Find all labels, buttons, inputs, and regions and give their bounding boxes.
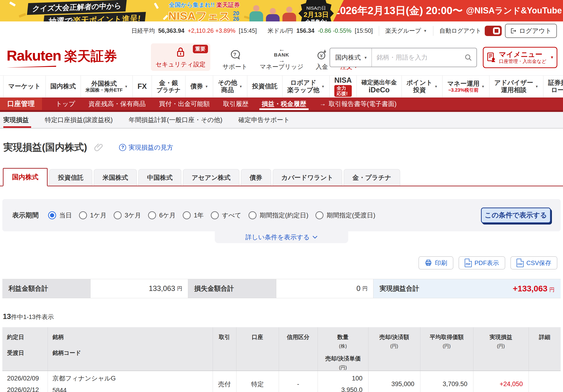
auto-logout-toggle[interactable]	[485, 26, 502, 36]
divider	[379, 26, 379, 36]
nav-item-foreign-stock[interactable]: 外国株式米国株・海外ETF▼	[81, 76, 133, 97]
confetti-decoration	[154, 3, 159, 9]
pdf-view-button[interactable]: PDF PDF表示	[459, 256, 505, 270]
search-category-select[interactable]: 国内株式 ▼	[330, 48, 372, 67]
help-link[interactable]: ? 実現損益の見方	[119, 143, 173, 152]
radio-6month[interactable]: 6ケ月	[148, 211, 176, 220]
banner-quiz-text: クイズ大会正解者の中から 抽選で楽天ポイント進呈!	[28, 1, 145, 22]
col-header-margin: 信用区分	[279, 327, 318, 371]
detailed-conditions-link[interactable]: 詳しい条件を表示する	[245, 233, 318, 242]
search-input[interactable]	[372, 54, 460, 61]
tab-bonds[interactable]: 債券	[241, 169, 271, 186]
apply-filter-button[interactable]: この条件で表示する	[481, 208, 551, 223]
my-menu-icon	[486, 52, 496, 63]
page-title: 実現損益(国内株式)	[3, 141, 87, 154]
csv-file-icon: CSV	[517, 259, 524, 267]
tab-china-stock[interactable]: 中国株式	[138, 169, 181, 186]
security-settings-link[interactable]: 重要 セキュリティ設定	[151, 43, 210, 71]
subtab-specific-account[interactable]: 特定口座損益(譲渡益税)	[37, 112, 121, 128]
tab-covered-warrant[interactable]: カバードワラント	[273, 169, 342, 186]
event-place: @NISAランド&YouTube	[466, 5, 562, 16]
radio-circle	[248, 211, 256, 219]
nav-item-market[interactable]: マーケット	[3, 76, 46, 97]
nisa-fes-title: NISAフェス	[168, 9, 230, 22]
print-button[interactable]: 印刷	[419, 256, 453, 270]
svg-text:?: ?	[233, 52, 236, 57]
nikkei-value: 56,363.94	[158, 27, 184, 34]
money-bridge-link[interactable]: ←BANK→ マネーブリッジ	[260, 49, 303, 71]
nav-item-money-management[interactable]: マネー運用~3.23%税引前▼	[443, 76, 489, 97]
radio-all[interactable]: すべて	[211, 211, 242, 220]
radio-1year[interactable]: 1年	[183, 211, 204, 220]
account-management-title[interactable]: 口座管理	[0, 98, 42, 110]
chevron-down-icon: ▼	[481, 85, 485, 88]
nav-item-advisor[interactable]: アドバイザー運用相談▼	[489, 76, 543, 97]
toggle-knob	[493, 27, 500, 34]
tab-mutual-funds[interactable]: 投資信託	[49, 169, 92, 186]
search-icon[interactable]	[460, 53, 476, 61]
chevron-down-icon: ▼	[125, 85, 128, 88]
subtab-realized-pl[interactable]: 実現損益	[3, 112, 37, 128]
cell-account: 特定	[236, 371, 279, 392]
tab-asean-stock[interactable]: アセアン株式	[183, 169, 239, 186]
chevron-down-icon: ▼	[321, 85, 325, 88]
acct-tab-pl-tax[interactable]: 損益・税金履歴	[256, 98, 312, 110]
nav-item-point-invest[interactable]: ポイント投資▼	[402, 76, 443, 97]
banner-event-info: 2026年2月13日(金) 20:00〜 @NISAランド&YouTube	[333, 0, 563, 22]
profit-total-value: 133,063円	[90, 279, 188, 298]
support-link[interactable]: ? サポート	[223, 49, 248, 71]
radio-1month[interactable]: 1ケ月	[79, 211, 107, 220]
radio-3month[interactable]: 3ケ月	[114, 211, 141, 220]
cell-name: 京都フィナンシャルG5844	[48, 371, 213, 392]
nav-item-gold-platinum[interactable]: 金・銀プラチナ	[152, 76, 186, 97]
nav-item-nisa[interactable]: NISA全力応援!	[330, 76, 357, 97]
subtab-tax-support[interactable]: 確定申告サポート	[230, 112, 298, 128]
site-header: Rakuten 楽天証券 重要 セキュリティ設定 ? サポート ←BANK→ マ…	[0, 40, 563, 75]
logout-button[interactable]: ログアウト	[505, 24, 557, 38]
pdf-file-icon: PDF	[465, 259, 472, 267]
loss-total-label: 損失金額合計	[188, 279, 276, 298]
confetti-decoration	[19, 13, 26, 18]
nav-item-securities-loan[interactable]: 証券担保ローン	[543, 76, 563, 97]
table-row[interactable]: 2026/02/092026/02/12 京都フィナンシャルG5844 売付 特…	[2, 371, 561, 392]
nav-item-roboadvisor[interactable]: ロボアド楽ラップ他▼	[282, 76, 330, 97]
my-menu-button[interactable]: マイメニュー 口座管理・入出金など ▼	[483, 47, 557, 68]
usdjpy-value: 156.34	[296, 27, 314, 34]
acct-tab-top[interactable]: トップ	[50, 98, 81, 110]
acct-tab-reports[interactable]: →取引報告書等(電子書面)	[314, 98, 402, 110]
tab-gold-platinum[interactable]: 金・プラチナ	[344, 169, 400, 186]
lock-icon	[175, 46, 186, 58]
radio-range-trade-date[interactable]: 期間指定(約定日)	[248, 211, 308, 220]
detailed-conditions-pill[interactable]: 詳しい条件を表示する	[215, 231, 348, 243]
nav-item-mutual-funds[interactable]: 投資信託	[247, 76, 282, 97]
nav-item-domestic-stock[interactable]: 国内株式	[46, 76, 81, 97]
pl-summary-bar: 利益金額合計 133,063円 損失金額合計 0円 実現損益合計 +133,06…	[2, 279, 561, 298]
promo-banner[interactable]: クイズ大会正解者の中から 抽選で楽天ポイント進呈! 全国から集まれ!! 楽天証券…	[0, 0, 563, 22]
paperclip-icon[interactable]	[94, 142, 103, 153]
deposit-link[interactable]: ¥ 入金	[316, 49, 328, 71]
rakuten-securities-logo[interactable]: Rakuten 楽天証券	[7, 47, 117, 68]
acct-tab-buying-power[interactable]: 買付・出金可能額	[153, 98, 216, 110]
radio-circle	[211, 211, 219, 219]
realized-pl-table: 約定日受渡日 銘柄銘柄コード 取引 口座 信用区分 数量(株)売却/決済単価(円…	[2, 327, 561, 392]
nav-item-other-products[interactable]: その他商品▼	[213, 76, 247, 97]
rakuten-group-dropdown[interactable]: 楽天グループ ▼	[385, 27, 427, 35]
radio-today[interactable]: 当日	[48, 211, 72, 220]
printer-icon	[425, 259, 432, 267]
nav-item-fx[interactable]: FX	[133, 76, 152, 97]
acct-tab-balance[interactable]: 資産残高・保有商品	[83, 98, 151, 110]
divider	[433, 26, 433, 36]
col-header-dates: 約定日受渡日	[2, 327, 48, 371]
important-badge: 重要	[193, 45, 208, 53]
nav-item-ideco[interactable]: 確定拠出年金iDeCo	[357, 76, 402, 97]
nisa-fes-year: 2026	[232, 11, 241, 22]
csv-save-button[interactable]: CSV CSV保存	[511, 256, 557, 270]
radio-range-settle-date[interactable]: 期間指定(受渡日)	[315, 211, 375, 220]
acct-tab-history[interactable]: 取引履歴	[217, 98, 254, 110]
col-header-pl: 実現損益(円)	[473, 327, 529, 371]
nav-item-bonds[interactable]: 債券▼	[186, 76, 213, 97]
subtab-annual-calc[interactable]: 年間損益計算(一般口座・その他)	[121, 112, 230, 128]
tab-us-stock[interactable]: 米国株式	[94, 169, 137, 186]
tab-domestic-stock[interactable]: 国内株式	[3, 168, 48, 186]
nikkei-label: 日経平均	[131, 27, 155, 35]
